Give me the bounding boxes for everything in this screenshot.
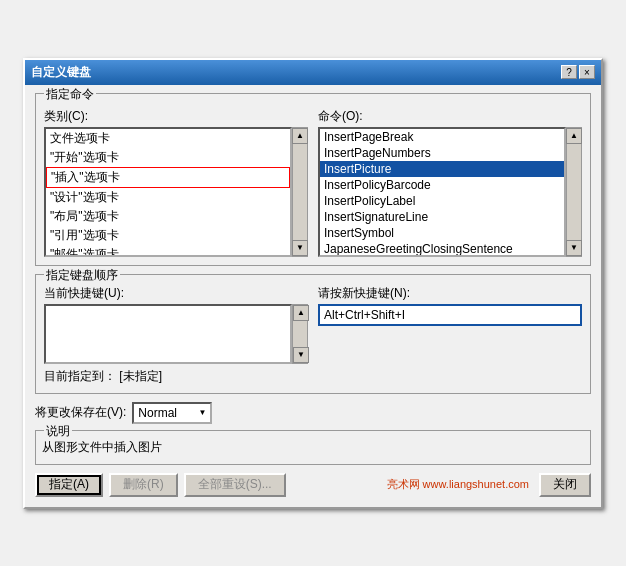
command-scroll-down[interactable]: ▼ [566, 240, 582, 256]
save-select[interactable]: Normal ▼ [132, 402, 212, 424]
description-title: 说明 [44, 423, 72, 440]
delete-button[interactable]: 删除(R) [109, 473, 178, 497]
specify-command-title: 指定命令 [44, 86, 96, 103]
command-scroll-track[interactable] [567, 144, 581, 240]
currently-assigned: 目前指定到： [未指定] [44, 368, 582, 385]
dialog-title: 自定义键盘 [31, 64, 91, 81]
new-shortcut-input[interactable] [318, 304, 582, 326]
category-item-0[interactable]: 文件选项卡 [46, 129, 290, 148]
command-item-3[interactable]: InsertPolicyBarcode [320, 177, 564, 193]
category-list[interactable]: 文件选项卡 "开始"选项卡 "插入"选项卡 "设计"选项卡 "布局"选项卡 "引… [44, 127, 292, 257]
category-item-5[interactable]: "引用"选项卡 [46, 226, 290, 245]
command-list[interactable]: InsertPageBreak InsertPageNumbers Insert… [318, 127, 566, 257]
command-scroll-up[interactable]: ▲ [566, 128, 582, 144]
keyboard-sequence-title: 指定键盘顺序 [44, 267, 120, 284]
currently-assigned-label: 目前指定到： [44, 369, 116, 383]
command-label: 命令(O): [318, 108, 582, 125]
category-item-1[interactable]: "开始"选项卡 [46, 148, 290, 167]
category-scrollbar[interactable]: ▲ ▼ [292, 127, 308, 257]
command-item-1[interactable]: InsertPageNumbers [320, 145, 564, 161]
current-shortcut-scrollbar[interactable]: ▲ ▼ [292, 304, 308, 364]
dialog-body: 指定命令 类别(C): 文件选项卡 "开始"选项卡 "插入"选项卡 "设计"选项… [25, 85, 601, 507]
category-column: 类别(C): 文件选项卡 "开始"选项卡 "插入"选项卡 "设计"选项卡 "布局… [44, 108, 308, 257]
left-buttons: 指定(A) 删除(R) 全部重设(S)... [35, 473, 286, 497]
category-item-3[interactable]: "设计"选项卡 [46, 188, 290, 207]
current-scroll-down[interactable]: ▼ [293, 347, 309, 363]
description-group: 说明 从图形文件中插入图片 [35, 430, 591, 465]
command-item-6[interactable]: InsertSymbol [320, 225, 564, 241]
command-item-4[interactable]: InsertPolicyLabel [320, 193, 564, 209]
category-item-2[interactable]: "插入"选项卡 [46, 167, 290, 188]
customize-keyboard-dialog: 自定义键盘 ? × 指定命令 类别(C): 文件选项卡 "开始"选项卡 "插入"… [23, 58, 603, 509]
current-shortcut-list[interactable] [44, 304, 292, 364]
category-label: 类别(C): [44, 108, 308, 125]
assign-button[interactable]: 指定(A) [35, 473, 103, 497]
save-select-arrow: ▼ [198, 408, 206, 417]
current-shortcut-label: 当前快捷键(U): [44, 285, 308, 302]
keyboard-sequence-group: 指定键盘顺序 当前快捷键(U): ▲ ▼ 请按新 [35, 274, 591, 394]
category-item-6[interactable]: "邮件"选项卡 [46, 245, 290, 257]
save-row: 将更改保存在(V): Normal ▼ [35, 402, 591, 424]
specify-command-group: 指定命令 类别(C): 文件选项卡 "开始"选项卡 "插入"选项卡 "设计"选项… [35, 93, 591, 266]
new-shortcut-col: 请按新快捷键(N): [318, 285, 582, 364]
command-item-2[interactable]: InsertPicture [320, 161, 564, 177]
description-text: 从图形文件中插入图片 [42, 439, 584, 456]
command-column: 命令(O): InsertPageBreak InsertPageNumbers… [318, 108, 582, 257]
category-scroll-up[interactable]: ▲ [292, 128, 308, 144]
current-scroll-track [293, 321, 307, 347]
title-bar-buttons: ? × [561, 65, 595, 79]
reset-all-button[interactable]: 全部重设(S)... [184, 473, 286, 497]
category-scroll-down[interactable]: ▼ [292, 240, 308, 256]
current-shortcut-col: 当前快捷键(U): ▲ ▼ [44, 285, 308, 364]
current-scroll-up[interactable]: ▲ [293, 305, 309, 321]
command-item-7[interactable]: JapaneseGreetingClosingSentence [320, 241, 564, 257]
watermark: 亮术网 www.liangshunet.com [387, 477, 529, 492]
title-bar: 自定义键盘 ? × [25, 60, 601, 85]
command-item-0[interactable]: InsertPageBreak [320, 129, 564, 145]
command-scrollbar[interactable]: ▲ ▼ [566, 127, 582, 257]
category-item-4[interactable]: "布局"选项卡 [46, 207, 290, 226]
command-item-5[interactable]: InsertSignatureLine [320, 209, 564, 225]
save-label: 将更改保存在(V): [35, 404, 126, 421]
currently-assigned-value: [未指定] [119, 369, 162, 383]
close-button[interactable]: 关闭 [539, 473, 591, 497]
close-title-button[interactable]: × [579, 65, 595, 79]
category-scroll-track[interactable] [293, 144, 307, 240]
new-shortcut-label: 请按新快捷键(N): [318, 285, 582, 302]
save-select-value: Normal [138, 406, 177, 420]
help-button[interactable]: ? [561, 65, 577, 79]
button-row: 指定(A) 删除(R) 全部重设(S)... 亮术网 www.liangshun… [35, 473, 591, 497]
